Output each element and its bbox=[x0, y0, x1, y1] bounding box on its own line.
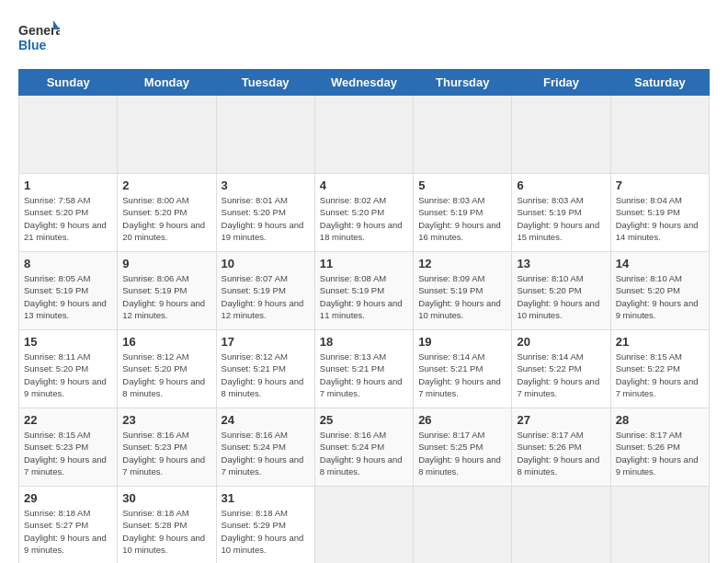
day-number: 4 bbox=[320, 178, 408, 192]
calendar-cell: 4 Sunrise: 8:02 AM Sunset: 5:20 PM Dayli… bbox=[314, 174, 413, 252]
calendar-cell: 31 Sunrise: 8:18 AM Sunset: 5:29 PM Dayl… bbox=[216, 487, 314, 564]
day-info: Sunrise: 8:10 AM Sunset: 5:20 PM Dayligh… bbox=[517, 272, 605, 321]
day-info: Sunrise: 8:17 AM Sunset: 5:25 PM Dayligh… bbox=[418, 429, 506, 477]
svg-text:Blue: Blue bbox=[18, 38, 47, 52]
calendar-cell: 16 Sunrise: 8:12 AM Sunset: 5:20 PM Dayl… bbox=[118, 330, 216, 408]
calendar-week-5: 22 Sunrise: 8:15 AM Sunset: 5:23 PM Dayl… bbox=[19, 408, 710, 487]
day-info: Sunrise: 8:08 AM Sunset: 5:19 PM Dayligh… bbox=[320, 272, 408, 321]
day-number: 12 bbox=[418, 257, 506, 270]
logo: General Blue bbox=[18, 18, 60, 60]
day-info: Sunrise: 8:06 AM Sunset: 5:19 PM Dayligh… bbox=[122, 272, 210, 321]
weekday-header-monday: Monday bbox=[118, 70, 216, 96]
weekday-header-wednesday: Wednesday bbox=[314, 70, 413, 96]
day-number: 29 bbox=[24, 491, 112, 505]
weekday-header-friday: Friday bbox=[512, 70, 610, 96]
day-number: 2 bbox=[122, 178, 210, 192]
day-number: 28 bbox=[616, 413, 704, 427]
day-info: Sunrise: 8:04 AM Sunset: 5:19 PM Dayligh… bbox=[616, 194, 704, 243]
calendar-cell bbox=[19, 96, 118, 174]
day-info: Sunrise: 8:09 AM Sunset: 5:19 PM Dayligh… bbox=[418, 272, 506, 321]
day-number: 18 bbox=[320, 335, 408, 349]
day-info: Sunrise: 8:10 AM Sunset: 5:20 PM Dayligh… bbox=[616, 272, 704, 321]
page-header: General Blue bbox=[18, 18, 710, 60]
calendar-cell bbox=[610, 96, 709, 174]
calendar-cell: 12 Sunrise: 8:09 AM Sunset: 5:19 PM Dayl… bbox=[414, 252, 512, 330]
day-info: Sunrise: 8:03 AM Sunset: 5:19 PM Dayligh… bbox=[418, 194, 506, 243]
day-number: 19 bbox=[418, 335, 506, 349]
calendar-cell: 8 Sunrise: 8:05 AM Sunset: 5:19 PM Dayli… bbox=[19, 252, 118, 330]
calendar-week-3: 8 Sunrise: 8:05 AM Sunset: 5:19 PM Dayli… bbox=[19, 252, 710, 330]
day-number: 31 bbox=[222, 491, 310, 505]
day-number: 5 bbox=[418, 178, 506, 192]
calendar-cell: 5 Sunrise: 8:03 AM Sunset: 5:19 PM Dayli… bbox=[414, 174, 512, 252]
calendar-cell: 6 Sunrise: 8:03 AM Sunset: 5:19 PM Dayli… bbox=[512, 174, 610, 252]
calendar-cell: 18 Sunrise: 8:13 AM Sunset: 5:21 PM Dayl… bbox=[314, 330, 413, 408]
calendar-cell bbox=[314, 96, 413, 174]
calendar-week-4: 15 Sunrise: 8:11 AM Sunset: 5:20 PM Dayl… bbox=[19, 330, 710, 408]
day-info: Sunrise: 8:05 AM Sunset: 5:19 PM Dayligh… bbox=[24, 272, 112, 321]
day-number: 27 bbox=[517, 413, 605, 427]
day-number: 11 bbox=[320, 257, 408, 270]
calendar-cell: 15 Sunrise: 8:11 AM Sunset: 5:20 PM Dayl… bbox=[19, 330, 118, 408]
day-number: 25 bbox=[320, 413, 408, 427]
day-info: Sunrise: 8:01 AM Sunset: 5:20 PM Dayligh… bbox=[222, 194, 310, 243]
day-info: Sunrise: 7:58 AM Sunset: 5:20 PM Dayligh… bbox=[24, 194, 112, 243]
calendar-cell bbox=[314, 487, 413, 564]
calendar-week-1 bbox=[19, 96, 710, 174]
calendar-cell bbox=[414, 487, 512, 564]
day-info: Sunrise: 8:16 AM Sunset: 5:24 PM Dayligh… bbox=[222, 429, 310, 477]
calendar-cell: 30 Sunrise: 8:18 AM Sunset: 5:28 PM Dayl… bbox=[118, 487, 216, 564]
day-info: Sunrise: 8:15 AM Sunset: 5:23 PM Dayligh… bbox=[24, 429, 112, 477]
day-info: Sunrise: 8:17 AM Sunset: 5:26 PM Dayligh… bbox=[616, 429, 704, 477]
day-info: Sunrise: 8:17 AM Sunset: 5:26 PM Dayligh… bbox=[517, 429, 605, 477]
calendar-table: SundayMondayTuesdayWednesdayThursdayFrid… bbox=[18, 69, 710, 563]
day-info: Sunrise: 8:12 AM Sunset: 5:20 PM Dayligh… bbox=[122, 350, 210, 399]
day-info: Sunrise: 8:14 AM Sunset: 5:22 PM Dayligh… bbox=[517, 350, 605, 399]
day-number: 22 bbox=[24, 413, 112, 427]
day-info: Sunrise: 8:16 AM Sunset: 5:24 PM Dayligh… bbox=[320, 429, 408, 477]
day-number: 26 bbox=[418, 413, 506, 427]
day-info: Sunrise: 8:15 AM Sunset: 5:22 PM Dayligh… bbox=[616, 350, 704, 399]
day-number: 10 bbox=[222, 257, 310, 270]
day-info: Sunrise: 8:03 AM Sunset: 5:19 PM Dayligh… bbox=[517, 194, 605, 243]
calendar-cell bbox=[512, 96, 610, 174]
calendar-cell: 10 Sunrise: 8:07 AM Sunset: 5:19 PM Dayl… bbox=[216, 252, 314, 330]
day-number: 21 bbox=[616, 335, 704, 349]
calendar-cell: 19 Sunrise: 8:14 AM Sunset: 5:21 PM Dayl… bbox=[414, 330, 512, 408]
day-number: 6 bbox=[517, 178, 605, 192]
calendar-cell: 22 Sunrise: 8:15 AM Sunset: 5:23 PM Dayl… bbox=[19, 408, 118, 487]
calendar-cell: 9 Sunrise: 8:06 AM Sunset: 5:19 PM Dayli… bbox=[118, 252, 216, 330]
day-info: Sunrise: 8:00 AM Sunset: 5:20 PM Dayligh… bbox=[122, 194, 210, 243]
day-number: 8 bbox=[24, 257, 112, 270]
calendar-cell: 1 Sunrise: 7:58 AM Sunset: 5:20 PM Dayli… bbox=[19, 174, 118, 252]
calendar-cell: 27 Sunrise: 8:17 AM Sunset: 5:26 PM Dayl… bbox=[512, 408, 610, 487]
day-info: Sunrise: 8:11 AM Sunset: 5:20 PM Dayligh… bbox=[24, 350, 112, 399]
calendar-cell bbox=[216, 96, 314, 174]
day-info: Sunrise: 8:07 AM Sunset: 5:19 PM Dayligh… bbox=[222, 272, 310, 321]
calendar-cell: 28 Sunrise: 8:17 AM Sunset: 5:26 PM Dayl… bbox=[610, 408, 709, 487]
calendar-cell: 13 Sunrise: 8:10 AM Sunset: 5:20 PM Dayl… bbox=[512, 252, 610, 330]
day-number: 16 bbox=[122, 335, 210, 349]
day-number: 13 bbox=[517, 257, 605, 270]
day-number: 1 bbox=[24, 178, 112, 192]
day-info: Sunrise: 8:18 AM Sunset: 5:27 PM Dayligh… bbox=[24, 507, 112, 556]
day-info: Sunrise: 8:18 AM Sunset: 5:29 PM Dayligh… bbox=[222, 507, 310, 556]
day-number: 30 bbox=[122, 491, 210, 505]
day-number: 15 bbox=[24, 335, 112, 349]
calendar-cell bbox=[512, 487, 610, 564]
weekday-header-tuesday: Tuesday bbox=[216, 70, 314, 96]
weekday-header-saturday: Saturday bbox=[610, 70, 709, 96]
day-number: 9 bbox=[122, 257, 210, 270]
day-info: Sunrise: 8:14 AM Sunset: 5:21 PM Dayligh… bbox=[418, 350, 506, 399]
calendar-cell: 7 Sunrise: 8:04 AM Sunset: 5:19 PM Dayli… bbox=[610, 174, 709, 252]
calendar-cell: 11 Sunrise: 8:08 AM Sunset: 5:19 PM Dayl… bbox=[314, 252, 413, 330]
calendar-week-6: 29 Sunrise: 8:18 AM Sunset: 5:27 PM Dayl… bbox=[19, 487, 710, 564]
weekday-header-thursday: Thursday bbox=[414, 70, 512, 96]
calendar-cell: 29 Sunrise: 8:18 AM Sunset: 5:27 PM Dayl… bbox=[19, 487, 118, 564]
day-info: Sunrise: 8:13 AM Sunset: 5:21 PM Dayligh… bbox=[320, 350, 408, 399]
calendar-week-2: 1 Sunrise: 7:58 AM Sunset: 5:20 PM Dayli… bbox=[19, 174, 710, 252]
calendar-cell: 25 Sunrise: 8:16 AM Sunset: 5:24 PM Dayl… bbox=[314, 408, 413, 487]
day-info: Sunrise: 8:18 AM Sunset: 5:28 PM Dayligh… bbox=[122, 507, 210, 556]
day-info: Sunrise: 8:12 AM Sunset: 5:21 PM Dayligh… bbox=[222, 350, 310, 399]
calendar-cell: 23 Sunrise: 8:16 AM Sunset: 5:23 PM Dayl… bbox=[118, 408, 216, 487]
